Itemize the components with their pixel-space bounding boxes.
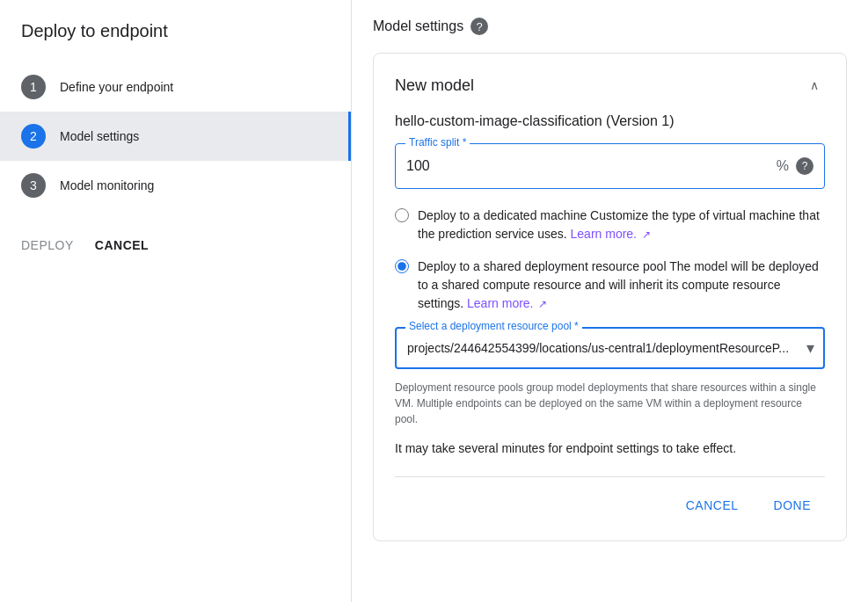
dropdown-label: Select a deployment resource pool * (405, 320, 582, 332)
step-2[interactable]: 2 Model settings (0, 112, 351, 161)
radio-shared-label[interactable]: Deploy to a shared deployment resource p… (418, 257, 825, 313)
deployment-resource-pool-select[interactable]: projects/244642554399/locations/us-centr… (395, 327, 825, 369)
model-settings-card: New model ∧ hello-custom-image-classific… (373, 53, 847, 541)
step-3-number: 3 (21, 173, 46, 198)
helper-text: Deployment resource pools group model de… (395, 380, 825, 427)
main-content: Model settings ? New model ∧ hello-custo… (352, 0, 868, 602)
step-3[interactable]: 3 Model monitoring (0, 161, 351, 210)
done-button[interactable]: DONE (760, 491, 825, 519)
traffic-split-input[interactable] (406, 158, 777, 174)
section-help-icon[interactable]: ? (470, 18, 488, 35)
traffic-suffix: % (777, 158, 789, 174)
step-1-label: Define your endpoint (60, 80, 173, 94)
traffic-split-field: Traffic split * % ? (395, 143, 825, 189)
step-1-number: 1 (21, 75, 46, 99)
radio-dedicated: Deploy to a dedicated machine Customize … (395, 207, 825, 243)
dedicated-learn-more-link[interactable]: Learn more. ↗ (571, 227, 651, 241)
collapse-icon[interactable]: ∧ (804, 75, 825, 96)
cancel-main-button[interactable]: CANCEL (672, 491, 753, 519)
step-2-label: Model settings (60, 129, 139, 143)
external-link-icon-2: ↗ (538, 296, 547, 312)
deploy-button[interactable]: DEPLOY (21, 238, 74, 252)
radio-shared-input[interactable] (395, 259, 409, 273)
step-2-number: 2 (21, 124, 46, 149)
cancel-sidebar-button[interactable]: CANCEL (95, 238, 149, 252)
section-header: Model settings ? (373, 18, 847, 35)
step-1[interactable]: 1 Define your endpoint (0, 62, 351, 112)
info-text: It may take several minutes for endpoint… (395, 441, 825, 455)
model-name: hello-custom-image-classification (Versi… (395, 113, 825, 129)
step-3-label: Model monitoring (60, 178, 154, 192)
sidebar-title: Deploy to endpoint (0, 21, 351, 62)
section-title: Model settings (373, 18, 463, 34)
card-footer: CANCEL DONE (395, 476, 825, 519)
sidebar-actions: DEPLOY CANCEL (0, 217, 351, 273)
traffic-split-label: Traffic split * (405, 136, 470, 149)
external-link-icon-1: ↗ (642, 227, 651, 243)
radio-dedicated-input[interactable] (395, 208, 409, 222)
radio-shared: Deploy to a shared deployment resource p… (395, 257, 825, 313)
deployment-resource-pool-dropdown-container: Select a deployment resource pool * proj… (395, 327, 825, 369)
sidebar: Deploy to endpoint 1 Define your endpoin… (0, 0, 352, 602)
card-title: New model (395, 76, 474, 95)
radio-dedicated-label[interactable]: Deploy to a dedicated machine Customize … (418, 207, 825, 243)
traffic-help-icon[interactable]: ? (796, 157, 813, 175)
card-header: New model ∧ (395, 75, 825, 96)
shared-learn-more-link[interactable]: Learn more. ↗ (467, 296, 547, 310)
traffic-input-wrap: % ? (395, 143, 825, 189)
